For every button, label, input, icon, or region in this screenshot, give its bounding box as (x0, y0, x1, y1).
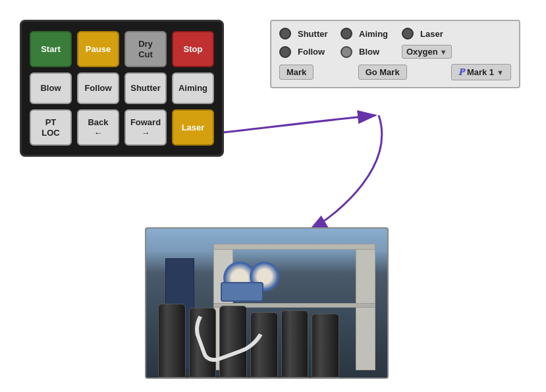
blow-led (341, 46, 352, 58)
start-button[interactable]: Start (30, 31, 72, 67)
pt-loc-button[interactable]: PTLOC (30, 109, 72, 146)
follow-led (279, 46, 291, 58)
blow-button[interactable]: Blow (30, 72, 72, 104)
photo-cylinder-6 (312, 314, 339, 378)
follow-label: Follow (298, 47, 334, 57)
aiming-label: Aiming (359, 29, 395, 39)
status-row-1: Shutter Aiming Laser (279, 28, 511, 40)
status-row-2: Follow Blow Oxygen ▼ (279, 45, 511, 59)
go-mark-button[interactable]: Go Mark (358, 65, 407, 80)
bottom-photo (145, 227, 389, 379)
mark-row: Mark Go Mark 𝐏 Mark 1 ▼ (279, 64, 511, 80)
back-button[interactable]: Back← (77, 109, 119, 146)
aiming-led (341, 28, 352, 40)
blow-label: Blow (359, 47, 395, 57)
oxygen-dropdown-arrow: ▼ (440, 48, 447, 56)
pause-button[interactable]: Pause (77, 31, 119, 67)
photo-cylinder-5 (281, 310, 309, 378)
laser-led (402, 28, 414, 40)
laser-label: Laser (420, 29, 456, 39)
photo-cylinder-1 (158, 304, 186, 378)
right-status-panel: Shutter Aiming Laser Follow Blow Oxygen … (270, 20, 520, 88)
shutter-led (279, 28, 291, 40)
mark1-icon: 𝐏 (458, 67, 464, 78)
mark1-dropdown-arrow: ▼ (497, 69, 504, 76)
photo-beam-top (213, 244, 375, 250)
mark1-button[interactable]: 𝐏 Mark 1 ▼ (451, 64, 511, 80)
left-control-panel: Start Pause DryCut Stop Blow Follow Shut… (20, 20, 224, 157)
forward-button[interactable]: Foward→ (124, 109, 167, 146)
oxygen-dropdown[interactable]: Oxygen ▼ (402, 45, 452, 59)
aiming-button[interactable]: Aiming (172, 72, 214, 104)
photo-scene (146, 229, 387, 378)
shutter-button[interactable]: Shutter (124, 72, 167, 104)
dry-cut-button[interactable]: DryCut (124, 31, 167, 67)
stop-button[interactable]: Stop (172, 31, 214, 67)
arrow-blow-to-photo (310, 115, 382, 231)
follow-button[interactable]: Follow (77, 72, 119, 104)
shutter-label: Shutter (298, 29, 334, 39)
mark-button[interactable]: Mark (279, 65, 314, 80)
laser-button[interactable]: Laser (172, 109, 214, 146)
